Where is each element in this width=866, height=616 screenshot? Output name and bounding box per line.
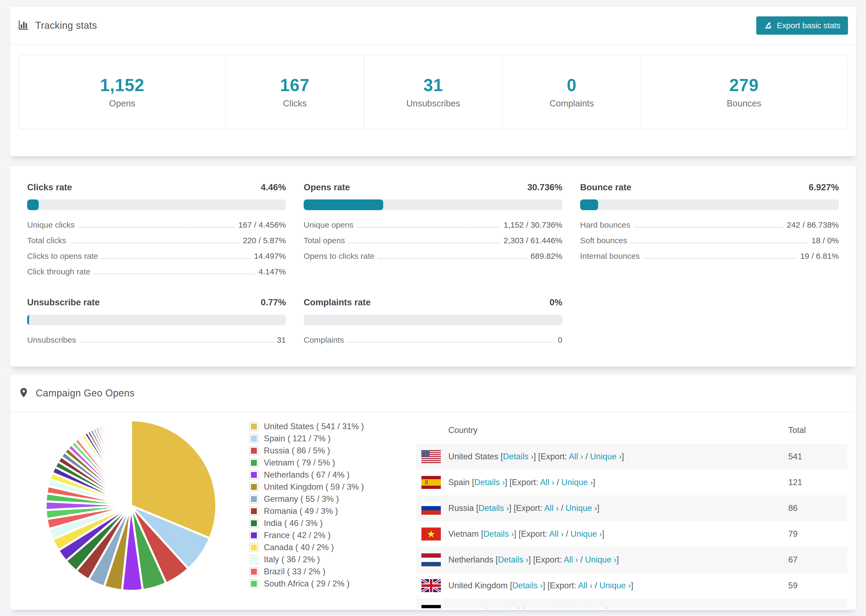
rate-title: Complaints rate xyxy=(304,297,371,308)
export-all-link[interactable]: All › xyxy=(544,503,559,513)
rate-section: Unsubscribe rate 0.77% Unsubscribes 31 xyxy=(27,297,286,351)
rate-detail-label: Hard bounces xyxy=(580,220,630,229)
details-link[interactable]: Details › xyxy=(479,503,509,513)
legend-item: South Africa ( 29 / 2% ) xyxy=(249,579,400,589)
details-link[interactable]: Details › xyxy=(503,452,534,461)
details-link[interactable]: Details › xyxy=(483,529,514,539)
export-icon xyxy=(764,20,772,31)
export-basic-stats-button[interactable]: Export basic stats xyxy=(756,16,848,35)
details-link[interactable]: Details › xyxy=(474,478,505,487)
legend-swatch-color xyxy=(251,556,257,563)
legend-item: Italy ( 36 / 2% ) xyxy=(249,555,400,564)
stat-value: 167 xyxy=(280,75,310,95)
export-unique-link[interactable]: Unique › xyxy=(590,452,622,461)
export-all-link[interactable]: All › xyxy=(578,581,592,590)
slash-text: / xyxy=(583,452,590,461)
export-all-link[interactable]: All › xyxy=(549,529,564,539)
details-link[interactable]: Details › xyxy=(498,555,529,564)
country-flag-icon xyxy=(422,502,441,515)
location-pin-icon xyxy=(18,387,29,399)
legend-item: Canada ( 40 / 2% ) xyxy=(249,543,400,552)
legend-swatch xyxy=(249,567,258,576)
country-flag-icon xyxy=(422,450,441,463)
export-unique-link[interactable]: Unique › xyxy=(565,503,597,513)
rate-detail-row: Unique opens 1,152 / 30.736% xyxy=(304,220,562,229)
rate-detail-row: Hard bounces 242 / 86.738% xyxy=(580,220,839,229)
bracket-text: [ xyxy=(469,478,474,487)
legend-swatch xyxy=(249,555,258,564)
rate-detail-value: 242 / 86.738% xyxy=(787,220,839,229)
details-link[interactable]: Details › xyxy=(487,607,518,608)
rate-detail-label: Complaints xyxy=(304,335,344,344)
legend-label: Romania ( 49 / 3% ) xyxy=(264,506,338,516)
total-column-header: Total xyxy=(788,426,842,435)
rate-detail-value: 689.82% xyxy=(531,251,562,261)
progress-bar xyxy=(27,314,286,325)
export-all-link[interactable]: All › xyxy=(569,452,583,461)
export-unique-link[interactable]: Unique › xyxy=(600,581,631,590)
dotted-leader xyxy=(631,242,808,243)
bracket-close-text: ] xyxy=(597,503,600,513)
rate-detail-rows: Unique clicks 167 / 4.456% Total clicks … xyxy=(27,220,286,276)
dotted-leader xyxy=(348,242,500,243)
legend-item: Vietnam ( 79 / 5% ) xyxy=(249,458,400,468)
total-cell: 79 xyxy=(788,529,842,539)
export-all-link[interactable]: All › xyxy=(553,607,567,608)
export-unique-link[interactable]: Unique › xyxy=(561,478,593,487)
rates-row-2: Unsubscribe rate 0.77% Unsubscribes 31 C… xyxy=(27,297,839,351)
rates-card: Clicks rate 4.46% Unique clicks 167 / 4.… xyxy=(10,165,856,367)
legend-label: Netherlands ( 67 / 4% ) xyxy=(264,470,350,480)
legend-swatch xyxy=(249,482,258,492)
slash-text: / xyxy=(592,581,600,590)
rate-detail-row: Opens to clicks rate 689.82% xyxy=(304,251,562,261)
legend-label: Germany ( 55 / 3% ) xyxy=(264,494,339,504)
stat-label: Opens xyxy=(109,98,135,108)
rate-detail-label: Total clicks xyxy=(27,236,66,245)
campaign-geo-opens-card: Campaign Geo Opens United States ( 541 /… xyxy=(10,374,856,610)
legend-swatch xyxy=(249,458,258,467)
bar-chart-icon xyxy=(18,20,29,31)
legend-label: France ( 42 / 2% ) xyxy=(264,531,331,540)
rate-detail-row: Complaints 0 xyxy=(304,335,562,344)
bracket-close-text: ] xyxy=(631,581,633,590)
pie-chart-svg xyxy=(42,417,220,594)
tracking-stats-header: Tracking stats Export basic stats xyxy=(10,7,856,45)
legend-item: Germany ( 55 / 3% ) xyxy=(249,494,400,504)
details-link[interactable]: Details › xyxy=(512,581,543,590)
export-all-link[interactable]: All › xyxy=(540,478,554,487)
legend-swatch-color xyxy=(251,496,257,502)
country-flag-icon xyxy=(422,553,441,566)
export-unique-link[interactable]: Unique › xyxy=(585,555,616,564)
tracking-stats-title-group: Tracking stats xyxy=(18,20,97,31)
legend-swatch-color xyxy=(251,484,257,490)
legend-swatch-color xyxy=(251,436,257,442)
legend-item: Spain ( 121 / 7% ) xyxy=(249,434,400,443)
export-unique-link[interactable]: Unique › xyxy=(575,607,606,608)
legend-label: Italy ( 36 / 2% ) xyxy=(264,555,320,564)
rate-detail-value: 167 / 4.456% xyxy=(238,220,286,229)
legend-swatch-color xyxy=(251,533,257,538)
slash-text: / xyxy=(554,478,562,487)
progress-bar xyxy=(304,200,562,210)
stat-value: 279 xyxy=(729,75,759,95)
bracket-close-text: ] xyxy=(593,478,595,487)
export-unique-link[interactable]: Unique › xyxy=(570,529,602,539)
total-cell: 541 xyxy=(788,452,842,462)
rates-row-1: Clicks rate 4.46% Unique clicks 167 / 4.… xyxy=(27,182,839,283)
rate-section-head: Complaints rate 0% xyxy=(304,297,562,308)
legend-swatch xyxy=(249,495,258,504)
tracking-stats-body: 1,152 Opens 167 Clicks 31 Unsubscribes 0… xyxy=(10,45,856,156)
rate-section-head: Unsubscribe rate 0.77% xyxy=(27,297,286,308)
bracket-text: [ xyxy=(508,581,512,590)
rate-title: Unsubscribe rate xyxy=(27,297,100,308)
total-cell: 86 xyxy=(788,503,842,513)
rate-detail-label: Soft bounces xyxy=(580,236,627,245)
export-all-link[interactable]: All › xyxy=(564,555,578,564)
total-cell: 55 xyxy=(788,607,842,608)
country-name: Russia xyxy=(448,503,474,513)
bracket-close-text: ] xyxy=(622,452,624,461)
export-prefix-text: ] [Export: xyxy=(514,529,549,539)
table-row: Vietnam [Details ›] [Export: All › / Uni… xyxy=(416,521,847,547)
legend-swatch-color xyxy=(251,581,257,587)
legend-label: Russia ( 86 / 5% ) xyxy=(264,446,330,456)
